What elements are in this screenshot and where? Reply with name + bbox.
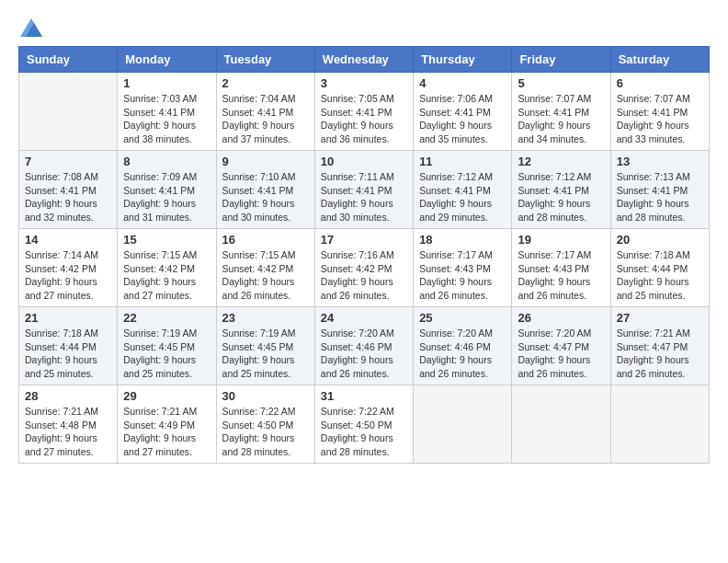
- calendar-cell: 29Sunrise: 7:21 AM Sunset: 4:49 PM Dayli…: [118, 385, 216, 464]
- day-info: Sunrise: 7:21 AM Sunset: 4:47 PM Dayligh…: [617, 327, 703, 381]
- day-number: 16: [222, 233, 309, 247]
- calendar-cell: 6Sunrise: 7:07 AM Sunset: 4:41 PM Daylig…: [610, 73, 709, 151]
- calendar-cell: 30Sunrise: 7:22 AM Sunset: 4:50 PM Dayli…: [216, 385, 314, 464]
- calendar-table: SundayMondayTuesdayWednesdayThursdayFrid…: [18, 46, 710, 464]
- day-info: Sunrise: 7:11 AM Sunset: 4:41 PM Dayligh…: [321, 170, 407, 224]
- calendar-cell: 11Sunrise: 7:12 AM Sunset: 4:41 PM Dayli…: [414, 151, 512, 229]
- calendar-cell: 28Sunrise: 7:21 AM Sunset: 4:48 PM Dayli…: [19, 385, 118, 464]
- day-number: 20: [617, 233, 703, 247]
- day-info: Sunrise: 7:22 AM Sunset: 4:50 PM Dayligh…: [222, 405, 309, 459]
- calendar-cell: 18Sunrise: 7:17 AM Sunset: 4:43 PM Dayli…: [414, 229, 512, 307]
- weekday-header-saturday: Saturday: [610, 47, 709, 73]
- calendar-cell: 14Sunrise: 7:14 AM Sunset: 4:42 PM Dayli…: [19, 229, 118, 307]
- day-info: Sunrise: 7:17 AM Sunset: 4:43 PM Dayligh…: [419, 248, 506, 303]
- calendar-cell: 27Sunrise: 7:21 AM Sunset: 4:47 PM Dayli…: [610, 307, 709, 385]
- day-info: Sunrise: 7:04 AM Sunset: 4:41 PM Dayligh…: [222, 92, 309, 146]
- calendar-cell: 2Sunrise: 7:04 AM Sunset: 4:41 PM Daylig…: [216, 73, 314, 151]
- calendar-cell: 12Sunrise: 7:12 AM Sunset: 4:41 PM Dayli…: [512, 151, 610, 229]
- weekday-header-tuesday: Tuesday: [216, 47, 314, 73]
- calendar-cell: 31Sunrise: 7:22 AM Sunset: 4:50 PM Dayli…: [314, 385, 413, 464]
- day-number: 3: [321, 76, 407, 90]
- calendar-cell: 1Sunrise: 7:03 AM Sunset: 4:41 PM Daylig…: [118, 73, 216, 151]
- calendar-cell: 25Sunrise: 7:20 AM Sunset: 4:46 PM Dayli…: [414, 307, 512, 385]
- calendar-cell: 26Sunrise: 7:20 AM Sunset: 4:47 PM Dayli…: [512, 307, 610, 385]
- calendar-cell: 16Sunrise: 7:15 AM Sunset: 4:42 PM Dayli…: [216, 229, 314, 307]
- day-number: 27: [617, 311, 703, 325]
- logo: [18, 18, 42, 37]
- day-info: Sunrise: 7:10 AM Sunset: 4:41 PM Dayligh…: [222, 170, 309, 224]
- calendar-week-1: 1Sunrise: 7:03 AM Sunset: 4:41 PM Daylig…: [19, 73, 710, 151]
- day-number: 26: [518, 311, 604, 325]
- calendar-cell: [414, 385, 512, 464]
- calendar-cell: 19Sunrise: 7:17 AM Sunset: 4:43 PM Dayli…: [512, 229, 610, 307]
- day-number: 11: [419, 155, 506, 168]
- day-number: 13: [617, 155, 703, 168]
- calendar-cell: [512, 385, 610, 464]
- day-number: 17: [321, 233, 407, 247]
- day-number: 1: [123, 76, 210, 90]
- calendar-week-3: 14Sunrise: 7:14 AM Sunset: 4:42 PM Dayli…: [19, 229, 710, 307]
- day-number: 8: [123, 155, 210, 168]
- day-info: Sunrise: 7:21 AM Sunset: 4:49 PM Dayligh…: [123, 405, 210, 459]
- day-info: Sunrise: 7:14 AM Sunset: 4:42 PM Dayligh…: [25, 248, 111, 303]
- day-info: Sunrise: 7:06 AM Sunset: 4:41 PM Dayligh…: [419, 92, 506, 146]
- day-number: 22: [123, 311, 210, 325]
- day-number: 6: [617, 76, 703, 90]
- calendar-week-4: 21Sunrise: 7:18 AM Sunset: 4:44 PM Dayli…: [19, 307, 710, 385]
- day-number: 24: [321, 311, 407, 325]
- weekday-header-wednesday: Wednesday: [314, 47, 413, 73]
- calendar-header: SundayMondayTuesdayWednesdayThursdayFrid…: [19, 47, 710, 73]
- weekday-header-sunday: Sunday: [19, 47, 118, 73]
- day-number: 10: [321, 155, 407, 168]
- calendar-body: 1Sunrise: 7:03 AM Sunset: 4:41 PM Daylig…: [19, 73, 710, 464]
- day-info: Sunrise: 7:15 AM Sunset: 4:42 PM Dayligh…: [123, 248, 210, 303]
- day-info: Sunrise: 7:21 AM Sunset: 4:48 PM Dayligh…: [25, 405, 111, 459]
- day-info: Sunrise: 7:05 AM Sunset: 4:41 PM Dayligh…: [321, 92, 407, 146]
- calendar-cell: 3Sunrise: 7:05 AM Sunset: 4:41 PM Daylig…: [314, 73, 413, 151]
- day-info: Sunrise: 7:18 AM Sunset: 4:44 PM Dayligh…: [617, 248, 703, 303]
- day-number: 4: [419, 76, 506, 90]
- day-info: Sunrise: 7:07 AM Sunset: 4:41 PM Dayligh…: [518, 92, 604, 146]
- day-number: 21: [25, 311, 111, 325]
- calendar-cell: 15Sunrise: 7:15 AM Sunset: 4:42 PM Dayli…: [118, 229, 216, 307]
- calendar-cell: [19, 73, 118, 151]
- day-info: Sunrise: 7:03 AM Sunset: 4:41 PM Dayligh…: [123, 92, 210, 146]
- weekday-header-thursday: Thursday: [414, 47, 512, 73]
- day-info: Sunrise: 7:08 AM Sunset: 4:41 PM Dayligh…: [25, 170, 111, 224]
- day-info: Sunrise: 7:19 AM Sunset: 4:45 PM Dayligh…: [123, 327, 210, 381]
- weekday-header-monday: Monday: [118, 47, 216, 73]
- calendar-cell: 7Sunrise: 7:08 AM Sunset: 4:41 PM Daylig…: [19, 151, 118, 229]
- day-number: 29: [123, 389, 210, 403]
- calendar-cell: 5Sunrise: 7:07 AM Sunset: 4:41 PM Daylig…: [512, 73, 610, 151]
- day-info: Sunrise: 7:12 AM Sunset: 4:41 PM Dayligh…: [419, 170, 506, 224]
- calendar-cell: 17Sunrise: 7:16 AM Sunset: 4:42 PM Dayli…: [314, 229, 413, 307]
- day-number: 5: [518, 76, 604, 90]
- day-number: 7: [25, 155, 111, 168]
- day-number: 9: [222, 155, 309, 168]
- day-info: Sunrise: 7:19 AM Sunset: 4:45 PM Dayligh…: [222, 327, 309, 381]
- calendar-cell: 4Sunrise: 7:06 AM Sunset: 4:41 PM Daylig…: [414, 73, 512, 151]
- calendar-week-5: 28Sunrise: 7:21 AM Sunset: 4:48 PM Dayli…: [19, 385, 710, 464]
- calendar-cell: 13Sunrise: 7:13 AM Sunset: 4:41 PM Dayli…: [610, 151, 709, 229]
- day-info: Sunrise: 7:07 AM Sunset: 4:41 PM Dayligh…: [617, 92, 703, 146]
- calendar-cell: 23Sunrise: 7:19 AM Sunset: 4:45 PM Dayli…: [216, 307, 314, 385]
- logo-icon: [20, 18, 42, 37]
- day-number: 18: [419, 233, 506, 247]
- day-number: 15: [123, 233, 210, 247]
- weekday-header-row: SundayMondayTuesdayWednesdayThursdayFrid…: [19, 47, 710, 73]
- day-number: 14: [25, 233, 111, 247]
- calendar-cell: 22Sunrise: 7:19 AM Sunset: 4:45 PM Dayli…: [118, 307, 216, 385]
- day-number: 31: [321, 389, 407, 403]
- day-info: Sunrise: 7:20 AM Sunset: 4:46 PM Dayligh…: [321, 327, 407, 381]
- day-info: Sunrise: 7:22 AM Sunset: 4:50 PM Dayligh…: [321, 405, 407, 459]
- day-number: 12: [518, 155, 604, 168]
- day-info: Sunrise: 7:09 AM Sunset: 4:41 PM Dayligh…: [123, 170, 210, 224]
- day-number: 25: [419, 311, 506, 325]
- day-number: 30: [222, 389, 309, 403]
- day-info: Sunrise: 7:20 AM Sunset: 4:47 PM Dayligh…: [518, 327, 604, 381]
- calendar-week-2: 7Sunrise: 7:08 AM Sunset: 4:41 PM Daylig…: [19, 151, 710, 229]
- day-info: Sunrise: 7:16 AM Sunset: 4:42 PM Dayligh…: [321, 248, 407, 303]
- day-info: Sunrise: 7:20 AM Sunset: 4:46 PM Dayligh…: [419, 327, 506, 381]
- day-number: 2: [222, 76, 309, 90]
- calendar-cell: 9Sunrise: 7:10 AM Sunset: 4:41 PM Daylig…: [216, 151, 314, 229]
